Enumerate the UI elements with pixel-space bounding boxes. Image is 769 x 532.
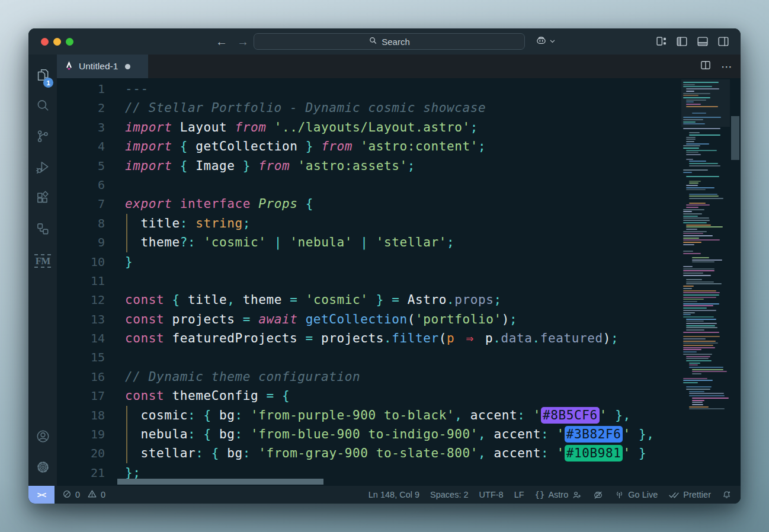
customize-layout-icon[interactable] (655, 35, 668, 48)
code-line[interactable]: nebula: { bg: 'from-blue-900 to-indigo-9… (125, 425, 654, 444)
code-line[interactable]: export interface Props { (125, 194, 654, 213)
code-line[interactable]: const { title, theme = 'cosmic' } = Astr… (125, 290, 654, 309)
split-editor-icon[interactable] (700, 59, 712, 73)
code-line[interactable]: } (125, 252, 654, 271)
line-number[interactable]: 17 (57, 386, 105, 405)
line-number[interactable]: 6 (57, 175, 105, 194)
minimap[interactable] (681, 81, 730, 486)
notifications-bell[interactable] (722, 490, 732, 500)
code-line[interactable]: --- (125, 79, 654, 98)
line-number[interactable]: 5 (57, 156, 105, 175)
accounts-button[interactable] (28, 422, 57, 453)
search-icon (369, 36, 377, 47)
vertical-scrollbar[interactable] (731, 116, 739, 160)
code-line[interactable]: import Layout from '../layouts/Layout.as… (125, 118, 654, 137)
go-live[interactable]: Go Live (614, 490, 658, 500)
copilot-status[interactable] (592, 489, 604, 501)
remote-indicator[interactable]: >< (28, 486, 55, 504)
code-line[interactable]: import { Image } from 'astro:assets'; (125, 156, 654, 175)
line-number[interactable]: 3 (57, 118, 105, 137)
toggle-panel-icon[interactable] (696, 35, 709, 48)
line-number[interactable]: 10 (57, 252, 105, 271)
forward-button[interactable]: → (237, 28, 249, 55)
encoding[interactable]: UTF-8 (479, 490, 504, 499)
cursor-position[interactable]: Ln 148, Col 9 (369, 490, 419, 499)
indentation[interactable]: Spaces: 2 (430, 490, 469, 499)
code-line[interactable]: title: string; (125, 214, 654, 233)
minimap-row (683, 117, 721, 118)
line-number[interactable]: 4 (57, 137, 105, 156)
line-number[interactable]: 1 (57, 79, 105, 98)
person-add-icon (572, 490, 582, 500)
line-number[interactable]: 14 (57, 329, 105, 348)
explorer-badge: 1 (43, 78, 53, 88)
sidebar-item-front-matter[interactable]: FM (28, 245, 57, 276)
code-line[interactable]: import { getCollection } from 'astro:con… (125, 137, 654, 156)
minimap-row (686, 88, 719, 89)
zoom-window-button[interactable] (66, 38, 73, 46)
minimap-row (686, 143, 709, 145)
code-line[interactable]: const featuredProjects = projects.filter… (125, 329, 654, 348)
chevron-down-icon (549, 36, 556, 47)
sidebar-item-explorer[interactable]: 1 (28, 60, 57, 91)
minimap-row (686, 389, 710, 390)
code-line[interactable]: stellar: { bg: 'from-gray-900 to-slate-8… (125, 444, 654, 463)
search-icon (35, 98, 50, 116)
code-line[interactable] (125, 175, 654, 194)
eol-sequence[interactable]: LF (514, 490, 524, 499)
line-number[interactable]: 16 (57, 367, 105, 386)
command-center-search[interactable]: Search (254, 33, 525, 50)
code-line[interactable]: theme?: 'cosmic' | 'nebula' | 'stellar'; (125, 233, 654, 252)
code-line[interactable]: const projects = await getCollection('po… (125, 310, 654, 329)
minimap-row (683, 148, 699, 149)
code-line[interactable] (125, 348, 654, 367)
minimap-row (683, 268, 714, 270)
line-number[interactable]: 13 (57, 310, 105, 329)
line-number[interactable]: 19 (57, 425, 105, 444)
line-number[interactable]: 18 (57, 406, 105, 425)
line-number[interactable]: 21 (57, 463, 105, 482)
tab-untitled-1[interactable]: Untitled-1 (57, 55, 148, 78)
sidebar-item-source-control[interactable] (28, 122, 57, 153)
line-number[interactable]: 11 (57, 271, 105, 290)
line-number[interactable]: 15 (57, 348, 105, 367)
code-line[interactable]: cosmic: { bg: 'from-purple-900 to-black'… (125, 406, 654, 425)
git-branch-icon (35, 129, 50, 146)
editor[interactable]: 123456789101112131415161718192021 ---// … (57, 78, 741, 486)
back-button[interactable]: ← (216, 28, 228, 55)
line-number[interactable]: 20 (57, 444, 105, 463)
language-mode[interactable]: {} Astro (535, 490, 582, 500)
minimap-row (686, 204, 710, 206)
indent-guide (126, 406, 127, 425)
sidebar-item-extensions[interactable] (28, 184, 57, 214)
minimap-row (683, 209, 704, 210)
code-line[interactable]: // Stellar Portfolio - Dynamic cosmic sh… (125, 98, 654, 117)
line-number[interactable]: 9 (57, 233, 105, 252)
code-line[interactable]: // Dynamic theme configuration (125, 367, 654, 386)
sidebar-item-run-debug[interactable] (28, 153, 57, 184)
sidebar-item-search[interactable] (28, 91, 57, 122)
code-lines[interactable]: ---// Stellar Portfolio - Dynamic cosmic… (125, 79, 654, 482)
more-actions-icon[interactable]: ⋯ (721, 60, 732, 73)
minimap-row (692, 402, 703, 403)
line-number[interactable]: 7 (57, 194, 105, 213)
code-line[interactable]: const themeConfig = { (125, 386, 654, 405)
copilot-menu[interactable] (535, 34, 556, 49)
minimize-window-button[interactable] (53, 38, 61, 46)
line-number[interactable]: 8 (57, 214, 105, 233)
code-line[interactable] (125, 271, 654, 290)
horizontal-scrollbar[interactable] (117, 479, 323, 485)
toggle-primary-sidebar-icon[interactable] (675, 35, 688, 48)
minimap-row (683, 251, 693, 252)
line-number[interactable]: 2 (57, 98, 105, 117)
minimap-row (683, 211, 692, 212)
titlebar[interactable]: ← → Search (28, 28, 741, 55)
minimap-row (689, 161, 706, 162)
line-number[interactable]: 12 (57, 290, 105, 309)
toggle-secondary-sidebar-icon[interactable] (717, 35, 730, 48)
sidebar-item-linked-squares[interactable] (28, 214, 57, 245)
close-window-button[interactable] (41, 38, 49, 46)
settings-button[interactable] (28, 453, 57, 483)
problems-indicator[interactable]: 0 0 (62, 489, 105, 501)
prettier[interactable]: Prettier (668, 489, 711, 501)
